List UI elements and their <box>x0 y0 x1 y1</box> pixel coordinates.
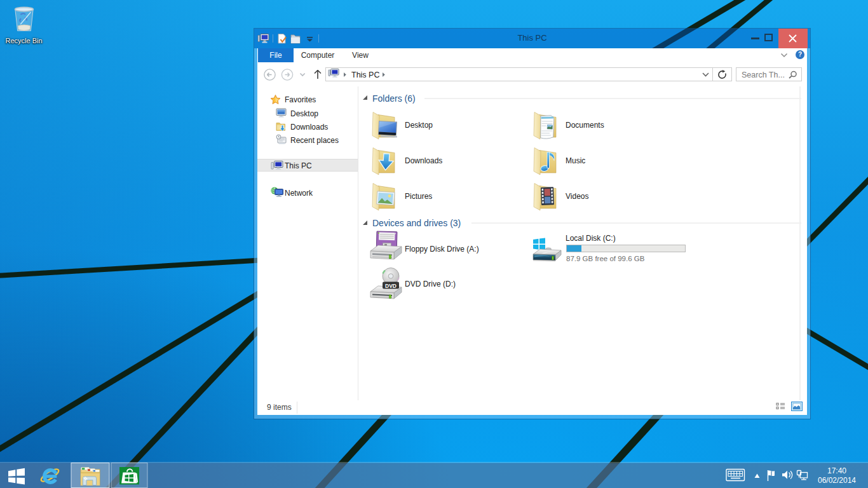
svg-text:Pictures: Pictures <box>405 192 432 201</box>
svg-text:Music: Music <box>566 156 585 165</box>
svg-text:Devices and drives (3): Devices and drives (3) <box>372 218 461 228</box>
svg-text:DVD: DVD <box>385 283 397 289</box>
svg-text:Local Disk (C:): Local Disk (C:) <box>566 234 616 243</box>
svg-text:Folders (6): Folders (6) <box>372 93 416 104</box>
svg-text:Floppy Disk Drive (A:): Floppy Disk Drive (A:) <box>405 245 479 254</box>
svg-text:This PC: This PC <box>351 71 379 79</box>
svg-text:Desktop: Desktop <box>405 121 433 130</box>
svg-text:Downloads: Downloads <box>405 156 442 165</box>
svg-text:Documents: Documents <box>566 121 604 130</box>
svg-text:87.9 GB free of 99.6 GB: 87.9 GB free of 99.6 GB <box>566 255 645 262</box>
svg-text:Search Th...: Search Th... <box>742 71 785 79</box>
svg-text:Videos: Videos <box>566 192 588 201</box>
svg-text:DVD Drive (D:): DVD Drive (D:) <box>405 280 456 288</box>
